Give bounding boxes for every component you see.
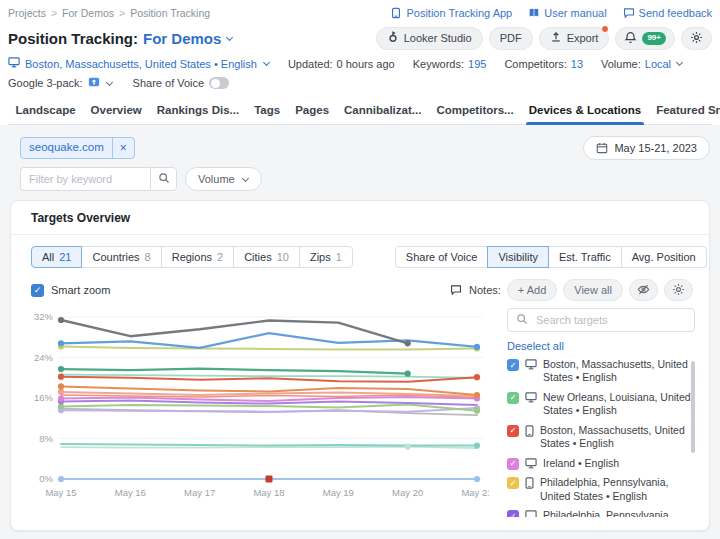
scope-regions[interactable]: Regions2: [161, 246, 234, 268]
tab-landscape[interactable]: Landscape: [8, 98, 83, 124]
view-all-notes-button[interactable]: View all: [563, 279, 623, 301]
segment-label: Cities: [244, 251, 272, 263]
target-chip: seoquake.com ×: [20, 137, 135, 159]
target-item[interactable]: Ireland • English: [507, 457, 695, 470]
svg-text:32%: 32%: [34, 311, 54, 322]
tab-competitors[interactable]: Competitors...: [429, 98, 521, 124]
tab-bar: LandscapeOverviewRankings Dis...TagsPage…: [8, 98, 712, 125]
volume-value: Local: [645, 58, 671, 70]
scope-all[interactable]: All21: [31, 246, 82, 268]
export-icon: [550, 31, 562, 45]
target-label: Ireland • English: [543, 457, 695, 470]
share-of-voice-toggle[interactable]: [209, 77, 229, 89]
segment-label: Est. Traffic: [559, 251, 611, 263]
breadcrumb-item-position-tracking[interactable]: Position Tracking: [130, 7, 210, 19]
header-link-send-feedback[interactable]: Send feedback: [623, 7, 712, 19]
bell-icon: [624, 31, 637, 46]
header-link-position-tracking-app[interactable]: Position Tracking App: [390, 7, 512, 19]
metric-visibility[interactable]: Visibility: [487, 246, 549, 268]
tab-pages[interactable]: Pages: [288, 98, 337, 124]
note-icon: [450, 284, 462, 296]
breadcrumb-item-projects[interactable]: Projects: [8, 7, 46, 19]
pdf-button[interactable]: PDF: [489, 27, 533, 50]
metric-avg-position[interactable]: Avg. Position: [621, 246, 707, 268]
target-item[interactable]: Boston, Massachusetts, United States • E…: [507, 424, 695, 451]
smart-zoom-label: Smart zoom: [51, 284, 110, 296]
export-label: Export: [567, 32, 599, 44]
toolbar: Looker Studio PDF Export 99+: [376, 27, 712, 50]
pdf-label: PDF: [500, 32, 522, 44]
svg-text:16%: 16%: [34, 392, 54, 403]
target-label: Boston, Massachusetts, United States • E…: [540, 424, 695, 451]
breadcrumb-item-for-demos[interactable]: For Demos: [62, 7, 114, 19]
app-icon: [390, 7, 402, 19]
tab-tags[interactable]: Tags: [247, 98, 288, 124]
segment-label: Visibility: [498, 251, 538, 263]
scope-zips[interactable]: Zips1: [299, 246, 353, 268]
chart-settings-button[interactable]: [664, 279, 693, 301]
smart-zoom-control[interactable]: Smart zoom: [31, 284, 110, 297]
settings-button[interactable]: [681, 27, 712, 50]
looker-studio-button[interactable]: Looker Studio: [376, 27, 483, 50]
google-3-pack-icon: [88, 76, 100, 90]
share-of-voice-toggle-row: Share of Voice: [133, 77, 230, 89]
target-chip-label: seoquake.com: [21, 138, 112, 158]
volume-meta[interactable]: Volume: Local: [601, 58, 683, 70]
updated-meta: Updated: 0 hours ago: [288, 58, 395, 70]
tab-rankings-dis[interactable]: Rankings Dis...: [149, 98, 246, 124]
volume-filter-dropdown[interactable]: Volume: [185, 167, 262, 191]
date-range-button[interactable]: May 15-21, 2023: [583, 136, 710, 160]
smart-zoom-checkbox[interactable]: [31, 284, 44, 297]
close-icon[interactable]: ×: [112, 138, 134, 158]
target-item[interactable]: Philadelphia, Pennsylvania, United State…: [507, 476, 695, 503]
chevron-down-icon: [226, 33, 233, 40]
deselect-all-link[interactable]: Deselect all: [507, 340, 564, 352]
competitors-value[interactable]: 13: [571, 58, 583, 70]
target-item[interactable]: New Orleans, Louisiana, United States • …: [507, 391, 695, 418]
keyword-filter-input[interactable]: [20, 167, 150, 191]
metric-share-of-voice[interactable]: Share of Voice: [395, 246, 489, 268]
svg-text:May 15: May 15: [45, 487, 76, 498]
hide-notes-button[interactable]: [629, 279, 658, 301]
header-link-user-manual[interactable]: User manual: [528, 7, 606, 19]
target-checkbox[interactable]: [507, 425, 519, 437]
export-button[interactable]: Export: [539, 27, 610, 50]
target-checkbox[interactable]: [507, 458, 519, 470]
target-checkbox[interactable]: [507, 359, 519, 371]
target-label: Philadelphia, Pennsylvania, United State…: [540, 476, 695, 503]
google-3-pack-label: Google 3-pack:: [8, 77, 83, 89]
updated-value: 0 hours ago: [337, 58, 395, 70]
target-item[interactable]: Boston, Massachusetts, United States • E…: [507, 358, 695, 385]
metric-est-traffic[interactable]: Est. Traffic: [548, 246, 622, 268]
tab-overview[interactable]: Overview: [83, 98, 149, 124]
add-note-button[interactable]: + Add: [507, 279, 557, 301]
google-3-pack-selector[interactable]: Google 3-pack:: [8, 76, 113, 90]
gear-icon: [672, 283, 685, 298]
scope-cities[interactable]: Cities10: [233, 246, 300, 268]
location-selector[interactable]: Boston, Massachusetts, United States • E…: [8, 57, 270, 70]
target-checkbox[interactable]: [507, 510, 519, 517]
looker-studio-label: Looker Studio: [404, 32, 472, 44]
segment-label: All: [42, 251, 54, 263]
targets-search-input[interactable]: [534, 313, 686, 327]
page-title: Position Tracking: For Demos: [8, 30, 233, 47]
svg-text:0%: 0%: [39, 473, 53, 484]
metric-segmented-control: Share of VoiceVisibilityEst. TrafficAvg.…: [395, 246, 707, 268]
monitor-icon: [525, 359, 537, 370]
tab-devices-locations[interactable]: Devices & Locations: [521, 98, 648, 124]
notifications-button[interactable]: 99+: [615, 27, 675, 50]
target-item[interactable]: Philadelphia, Pennsylvania,: [507, 509, 695, 517]
target-checkbox[interactable]: [507, 392, 519, 404]
keywords-value[interactable]: 195: [468, 58, 486, 70]
segment-count: 2: [217, 251, 223, 263]
scope-countries[interactable]: Countries8: [81, 246, 161, 268]
tab-featured-sni[interactable]: Featured Sni...: [649, 98, 720, 124]
keyword-search-button[interactable]: [150, 167, 177, 191]
volume-filter-label: Volume: [198, 173, 235, 185]
target-checkbox[interactable]: [507, 477, 519, 489]
tab-cannibalizat[interactable]: Cannibalizat...: [337, 98, 429, 124]
targets-scrollbar[interactable]: [691, 361, 695, 453]
project-selector[interactable]: For Demos: [143, 30, 233, 47]
header-links: Position Tracking AppUser manualSend fee…: [390, 7, 712, 19]
chevron-down-icon: [106, 78, 113, 85]
